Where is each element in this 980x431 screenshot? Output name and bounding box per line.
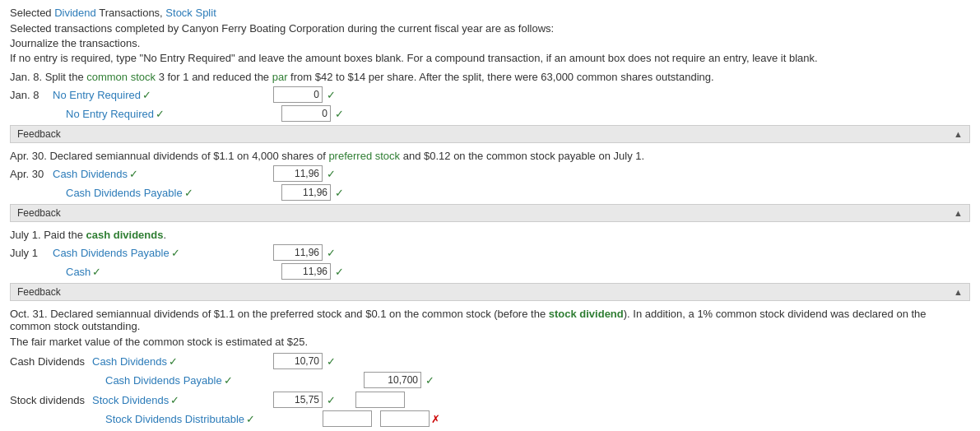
apr-row2-label-area: Cash Dividends Payable ✓ [10, 187, 273, 199]
oct-cash-row1-input-check: ✓ [327, 355, 336, 368]
jan-row1-label-area: Jan. 8 No Entry Required ✓ [10, 89, 273, 101]
july-row1-debit: ✓ [273, 244, 347, 261]
july-row1-label-area: July 1 Cash Dividends Payable ✓ [10, 247, 273, 259]
apr-row1-account[interactable]: Cash Dividends [53, 168, 128, 180]
jan-row2-account: No Entry Required [53, 108, 154, 120]
oct-cash-row2-credit: ✓ [364, 372, 438, 388]
oct-stock-row1-check: ✓ [170, 394, 179, 406]
instruction-3: If no entry is required, type "No Entry … [10, 52, 970, 64]
july-row1-input-check: ✓ [327, 247, 336, 259]
oct-stock-row1-input[interactable] [273, 392, 323, 408]
oct-cash-row2-input[interactable] [364, 372, 421, 388]
july-row2-account[interactable]: Cash [53, 266, 91, 278]
oct-stock-row1-input-check: ✓ [327, 394, 336, 406]
oct-stock-left-label: Stock dividends [10, 394, 92, 406]
jan-title-bold: Jan. 8. [10, 71, 42, 83]
jan-row2-credit: ✓ [281, 105, 355, 122]
july-title-rest: Paid the [41, 229, 86, 241]
jan-date: Jan. 8 [10, 89, 53, 101]
apr-row1-label-area: Apr. 30 Cash Dividends ✓ [10, 168, 273, 180]
apr-section: Apr. 30. Declared semiannual dividends o… [10, 150, 970, 222]
oct-cash-row1-account[interactable]: Cash Dividends [92, 355, 167, 368]
oct-title-rest: Declared semiannual dividends of $1.1 on… [48, 308, 549, 320]
apr-row2-credit: ✓ [281, 184, 355, 201]
oct-cash-row2-check: ✓ [224, 374, 233, 387]
jan-row2: No Entry Required ✓ ✓ [10, 105, 970, 122]
oct-cash-row1-label-area: Cash Dividends ✓ [92, 355, 273, 368]
jan-row1-debit: ✓ [273, 86, 347, 103]
oct-stock-row2-account[interactable]: Stock Dividends Distributable [105, 413, 244, 425]
header-pre: Selected [10, 7, 54, 19]
apr-preferred: preferred stock [328, 150, 400, 162]
oct-stock-row2-credit-input[interactable] [380, 410, 430, 427]
jan-row2-checkmark: ✓ [156, 108, 165, 120]
july-date: July 1 [10, 247, 53, 259]
oct-stock-row1-account[interactable]: Stock Dividends [92, 394, 169, 406]
oct-stock-row2-debit-input[interactable] [323, 410, 372, 427]
instruction-2: Journalize the transactions. [10, 37, 970, 49]
header-mid: Transactions, [96, 7, 166, 19]
apr-title-rest: Declared semiannual dividends of $1.1 on… [47, 150, 329, 162]
jan-par: par [272, 71, 288, 83]
july-row2-label-area: Cash ✓ [10, 266, 273, 278]
apr-row1-checkmark: ✓ [129, 168, 138, 180]
july-feedback-arrow: ▲ [954, 287, 963, 297]
july-row2: Cash ✓ ✓ [10, 263, 970, 280]
apr-feedback-label: Feedback [17, 207, 61, 219]
july-row1-input[interactable] [273, 244, 323, 261]
oct-section: Oct. 31. Declared semiannual dividends o… [10, 308, 970, 431]
dividend-link[interactable]: Dividend [54, 7, 96, 19]
apr-title-end: and $0.12 on the common stock payable on… [400, 150, 644, 162]
july-feedback-label: Feedback [17, 286, 61, 298]
apr-row1: Apr. 30 Cash Dividends ✓ ✓ [10, 165, 970, 182]
jan-section: Jan. 8. Split the common stock 3 for 1 a… [10, 71, 970, 143]
oct-stock-row1-debit: ✓ [273, 392, 347, 408]
apr-row1-input[interactable] [273, 165, 323, 182]
jan-end: from $42 to $14 per share. After the spl… [288, 71, 714, 83]
oct-title-bold: Oct. 31. [10, 308, 48, 320]
apr-row2: Cash Dividends Payable ✓ ✓ [10, 184, 970, 201]
july-cash-dividends-link[interactable]: cash dividends [86, 229, 164, 241]
oct-title2: The fair market value of the common stoc… [10, 336, 970, 348]
jan-row2-input-check: ✓ [335, 108, 344, 120]
oct-stock-row1-credit-input[interactable] [355, 392, 405, 408]
july-row2-credit: ✓ [281, 263, 355, 280]
jan-row1-account: No Entry Required [53, 89, 141, 101]
stock-split-link[interactable]: Stock Split [165, 7, 216, 19]
apr-row2-account[interactable]: Cash Dividends Payable [53, 187, 183, 199]
oct-cash-row1-input[interactable] [273, 353, 323, 369]
jan-feedback-label: Feedback [17, 128, 61, 140]
oct-stock-div-link[interactable]: stock dividend [549, 308, 624, 320]
apr-title-bold: Apr. 30. [10, 150, 47, 162]
july-row2-input[interactable] [281, 263, 331, 280]
july-row2-input-check: ✓ [335, 266, 344, 278]
apr-row2-input[interactable] [281, 184, 331, 201]
july-title: July 1. Paid the cash dividends. [10, 229, 970, 241]
july-row1: July 1 Cash Dividends Payable ✓ ✓ [10, 244, 970, 261]
july-row2-checkmark: ✓ [92, 266, 101, 278]
jan-row2-label-area: No Entry Required ✓ [10, 108, 273, 120]
oct-stock-row1-label-area: Stock Dividends ✓ [92, 394, 273, 406]
apr-date: Apr. 30 [10, 168, 53, 180]
oct-stock-row2-label-area: Stock Dividends Distributable ✓ [92, 413, 323, 425]
jan-title-rest: Split the [42, 71, 86, 83]
oct-cash-row1: Cash Dividends Cash Dividends ✓ ✓ [10, 353, 970, 369]
oct-cash-row2-input-check: ✓ [425, 374, 434, 387]
jan-row1-input-check: ✓ [327, 89, 336, 101]
oct-cash-row1-check: ✓ [169, 355, 178, 368]
apr-feedback-arrow: ▲ [954, 208, 963, 218]
apr-row2-input-check: ✓ [335, 187, 344, 199]
july-row1-account[interactable]: Cash Dividends Payable [53, 247, 170, 259]
oct-stock-row1: Stock dividends Stock Dividends ✓ ✓ [10, 392, 970, 408]
oct-cash-row2-account[interactable]: Cash Dividends Payable [105, 374, 222, 387]
jan-row1-input[interactable] [273, 86, 323, 103]
apr-row2-checkmark: ✓ [184, 187, 193, 199]
oct-stock-row2-check: ✓ [246, 413, 255, 425]
jan-row1: Jan. 8 No Entry Required ✓ ✓ [10, 86, 970, 103]
oct-cash-left-label: Cash Dividends [10, 355, 92, 368]
jan-feedback-arrow: ▲ [954, 129, 963, 139]
jan-row2-input[interactable] [281, 105, 331, 122]
oct-stock-row2-x: ✗ [431, 413, 440, 425]
instruction-1: Selected transactions completed by Canyo… [10, 22, 970, 35]
oct-title: Oct. 31. Declared semiannual dividends o… [10, 308, 970, 332]
